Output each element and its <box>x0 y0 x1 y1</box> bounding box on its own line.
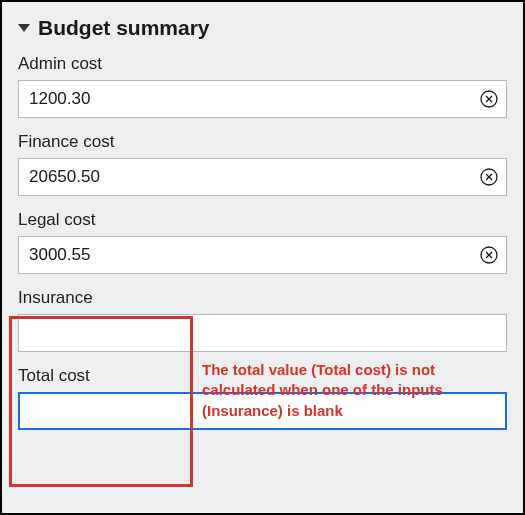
budget-summary-panel: Budget summary Admin cost Finance cost L… <box>0 0 525 515</box>
insurance-label: Insurance <box>18 288 507 308</box>
clear-icon[interactable] <box>479 89 499 109</box>
finance-cost-label: Finance cost <box>18 132 507 152</box>
annotation-text: The total value (Total cost) is not calc… <box>202 360 472 421</box>
insurance-input-wrap <box>18 314 507 352</box>
finance-cost-input[interactable] <box>18 158 507 196</box>
admin-cost-field: Admin cost <box>18 54 507 118</box>
insurance-field: Insurance <box>18 288 507 352</box>
admin-cost-input[interactable] <box>18 80 507 118</box>
legal-cost-label: Legal cost <box>18 210 507 230</box>
admin-cost-label: Admin cost <box>18 54 507 74</box>
insurance-input[interactable] <box>18 314 507 352</box>
disclosure-triangle-icon[interactable] <box>18 24 30 32</box>
section-header: Budget summary <box>18 16 507 40</box>
clear-icon[interactable] <box>479 167 499 187</box>
legal-cost-input[interactable] <box>18 236 507 274</box>
clear-icon[interactable] <box>479 245 499 265</box>
legal-cost-input-wrap <box>18 236 507 274</box>
section-title: Budget summary <box>38 16 210 40</box>
admin-cost-input-wrap <box>18 80 507 118</box>
finance-cost-input-wrap <box>18 158 507 196</box>
finance-cost-field: Finance cost <box>18 132 507 196</box>
legal-cost-field: Legal cost <box>18 210 507 274</box>
